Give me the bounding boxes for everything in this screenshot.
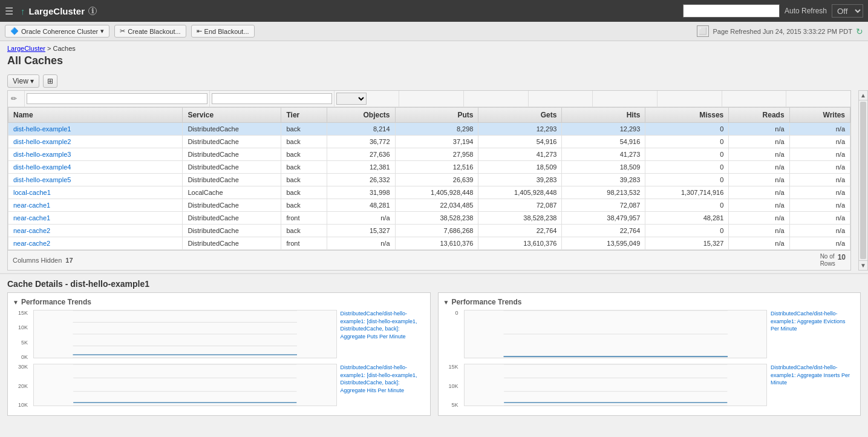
table-cell: n/a — [729, 161, 789, 174]
view-button[interactable]: View ▾ — [7, 74, 39, 88]
table-cell[interactable]: near-cache1 — [8, 212, 183, 225]
table-cell: 38,528,238 — [395, 212, 478, 225]
service-filter-input[interactable] — [212, 93, 332, 104]
table-cell: n/a — [729, 136, 789, 148]
cache-link[interactable]: near-cache2 — [13, 240, 50, 247]
chart-area-2b — [464, 364, 768, 408]
table-cell: 37,194 — [395, 136, 478, 148]
auto-refresh-select[interactable]: Off 30s 1m 5m — [832, 4, 863, 18]
table-cell[interactable]: near-cache1 — [8, 199, 183, 212]
nav-create-blackout[interactable]: ✂ Create Blackout... — [114, 25, 186, 38]
cache-link[interactable]: dist-hello-example1 — [13, 125, 71, 133]
y-tick-15k-2b: 15K — [448, 364, 458, 370]
table-row[interactable]: dist-hello-example1DistributedCacheback8… — [8, 123, 850, 136]
search-input[interactable] — [683, 4, 780, 18]
col-reads[interactable]: Reads — [729, 108, 789, 123]
hamburger-menu[interactable]: ☰ — [5, 5, 13, 17]
col-misses[interactable]: Misses — [645, 108, 729, 123]
page-title: All Caches — [0, 53, 868, 72]
table-row[interactable]: dist-hello-example3DistributedCacheback2… — [8, 148, 850, 161]
col-writes[interactable]: Writes — [789, 108, 850, 123]
table-container: ✏ back front — [7, 90, 851, 271]
col-service[interactable]: Service — [183, 108, 281, 123]
nav-end-blackout[interactable]: ⇤ End Blackout... — [191, 25, 255, 38]
info-icon[interactable]: ℹ — [88, 7, 97, 15]
table-row[interactable]: dist-hello-example5DistributedCacheback2… — [8, 174, 850, 186]
cache-link[interactable]: near-cache2 — [13, 227, 50, 234]
table-cell[interactable]: near-cache2 — [8, 225, 183, 237]
table-row[interactable]: local-cache1LocalCacheback31,9981,405,92… — [8, 186, 850, 199]
table-cell: DistributedCache — [183, 237, 281, 250]
cache-link[interactable]: dist-hello-example3 — [13, 151, 71, 158]
end-blackout-label: End Blackout... — [204, 28, 249, 35]
table-row[interactable]: dist-hello-example4DistributedCacheback1… — [8, 161, 850, 174]
chart-legend-1a: DistributedCache/dist-hello-example1: [d… — [341, 310, 425, 360]
table-cell: 8,298 — [395, 123, 478, 136]
table-cell[interactable]: dist-hello-example3 — [8, 148, 183, 161]
table-cell[interactable]: local-cache1 — [8, 186, 183, 199]
col-objects[interactable]: Objects — [327, 108, 395, 123]
table-cell: n/a — [789, 174, 850, 186]
cache-link[interactable]: dist-hello-example5 — [13, 176, 71, 183]
col-gets[interactable]: Gets — [478, 108, 562, 123]
cache-link[interactable]: near-cache1 — [13, 202, 50, 209]
tier-filter-cell: back front — [334, 91, 399, 107]
y-tick-20k-1b: 20K — [18, 383, 28, 389]
chart-svg-1b — [33, 364, 337, 406]
table-cell[interactable]: dist-hello-example5 — [8, 174, 183, 186]
auto-refresh-label: Auto Refresh — [785, 7, 827, 15]
cache-link[interactable]: local-cache1 — [13, 189, 51, 196]
scroll-up-arrow[interactable]: ▲ — [859, 91, 867, 100]
title-arrow: ↑ — [21, 6, 25, 16]
puts-filter-cell — [464, 91, 529, 107]
table-cell: DistributedCache — [183, 161, 281, 174]
table-cell: 13,610,376 — [395, 237, 478, 250]
cache-link[interactable]: near-cache1 — [13, 214, 50, 222]
page-refresh-area: ⬜ Page Refreshed Jun 24, 2015 3:33:22 PM… — [697, 25, 863, 37]
table-cell: 0 — [645, 136, 729, 148]
table-cell: n/a — [729, 237, 789, 250]
table-cell: back — [281, 174, 327, 186]
col-tier[interactable]: Tier — [281, 108, 327, 123]
table-cell: 13,595,049 — [562, 237, 645, 250]
table-cell[interactable]: dist-hello-example4 — [8, 161, 183, 174]
cache-link[interactable]: dist-hello-example2 — [13, 138, 71, 145]
table-row[interactable]: near-cache1DistributedCacheback48,28122,… — [8, 199, 850, 212]
scroll-down-arrow[interactable]: ▼ — [859, 260, 867, 270]
table-cell: 27,636 — [327, 148, 395, 161]
table-cell: 39,283 — [478, 174, 562, 186]
name-filter-input[interactable] — [27, 93, 207, 104]
table-cell: n/a — [729, 225, 789, 237]
view-label: View — [13, 77, 28, 85]
edit-icon[interactable]: ✏ — [10, 93, 18, 104]
table-row[interactable]: near-cache2DistributedCachefrontn/a13,61… — [8, 237, 850, 250]
refresh-icon[interactable]: ↻ — [856, 27, 863, 36]
table-row[interactable]: near-cache1DistributedCachefrontn/a38,52… — [8, 212, 850, 225]
chart-svg-2a — [464, 310, 768, 358]
collapse-icon-1[interactable]: ▼ — [13, 299, 19, 306]
table-cell[interactable]: near-cache2 — [8, 237, 183, 250]
table-cell[interactable]: dist-hello-example2 — [8, 136, 183, 148]
scroll-thumb[interactable] — [860, 102, 866, 259]
collapse-icon-2[interactable]: ▼ — [443, 299, 449, 306]
table-cell: 39,283 — [562, 174, 645, 186]
col-name[interactable]: Name — [8, 108, 183, 123]
table-cell: 15,327 — [645, 237, 729, 250]
col-hits[interactable]: Hits — [562, 108, 645, 123]
col-puts[interactable]: Puts — [395, 108, 478, 123]
breadcrumb-parent[interactable]: LargeCluster — [7, 45, 45, 52]
table-row[interactable]: near-cache2DistributedCacheback15,3277,6… — [8, 225, 850, 237]
nav-coherence-cluster[interactable]: 🔷 Oracle Coherence Cluster ▾ — [5, 25, 109, 38]
table-row[interactable]: dist-hello-example2DistributedCacheback3… — [8, 136, 850, 148]
table-cell: 0 — [645, 225, 729, 237]
table-cell[interactable]: dist-hello-example1 — [8, 123, 183, 136]
table-scrollbar[interactable]: ▲ ▼ — [858, 90, 868, 271]
export-button[interactable]: ⊞ — [43, 74, 57, 88]
table-cell: 98,213,532 — [562, 186, 645, 199]
chart-area-2a — [464, 310, 768, 360]
table-cell: DistributedCache — [183, 199, 281, 212]
table-cell: n/a — [789, 136, 850, 148]
cache-link[interactable]: dist-hello-example4 — [13, 163, 71, 171]
tier-filter-select[interactable]: back front — [336, 93, 367, 105]
page-icon: ⬜ — [697, 25, 709, 37]
